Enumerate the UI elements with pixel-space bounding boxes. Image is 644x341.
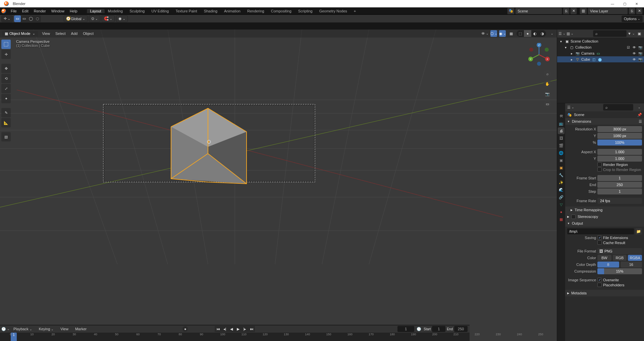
scene-browse-button[interactable]: 🎭 bbox=[507, 8, 515, 14]
mode-dropdown[interactable]: ▦ Object Mode bbox=[2, 31, 38, 37]
window-minimize-button[interactable]: — bbox=[608, 1, 617, 7]
placeholders-checkbox[interactable] bbox=[597, 283, 602, 287]
aspect-x-field[interactable]: 1.000 bbox=[597, 149, 642, 155]
cache-result-checkbox[interactable] bbox=[597, 240, 602, 245]
play-reverse-button[interactable]: ◀ bbox=[228, 326, 235, 332]
workspace-tab-modeling[interactable]: Modeling bbox=[105, 9, 126, 13]
workspace-tab-layout[interactable]: Layout bbox=[87, 9, 105, 13]
viewport-3d[interactable]: ▦ Object Mode ViewSelectAddObject 👁 ⬡ ◉ … bbox=[0, 30, 557, 341]
depth-8-button[interactable]: 8 bbox=[597, 262, 619, 268]
scene-name-field[interactable]: Scene bbox=[515, 8, 562, 14]
overwrite-checkbox[interactable] bbox=[597, 278, 602, 282]
ptab-viewlayer[interactable]: 🖼 bbox=[558, 135, 565, 141]
shading-wireframe[interactable]: ⬚ bbox=[517, 30, 524, 37]
file-extensions-checkbox[interactable] bbox=[597, 235, 602, 240]
resolution-y-field[interactable]: 1080 px bbox=[597, 133, 642, 139]
disclosure-icon[interactable]: ▾ bbox=[558, 39, 563, 44]
panel-metadata-header[interactable]: ▶Metadata bbox=[565, 290, 644, 296]
resolution-pct-field[interactable]: 100% bbox=[597, 139, 642, 146]
tool-measure[interactable]: 📐 bbox=[1, 118, 11, 127]
ptab-modifiers[interactable]: 🔧 bbox=[558, 172, 565, 178]
orientation-dropdown[interactable]: 🧭 Global bbox=[64, 15, 88, 22]
crop-region-checkbox[interactable] bbox=[597, 167, 602, 172]
keyframe-prev-button[interactable]: ◂| bbox=[221, 326, 228, 332]
ptab-object[interactable]: ▣ bbox=[558, 164, 565, 171]
panel-stereoscopy-header[interactable]: ▶Stereoscopy bbox=[565, 213, 644, 220]
jump-end-button[interactable]: ⏭ bbox=[248, 326, 255, 332]
outliner-search-input[interactable] bbox=[598, 32, 624, 36]
workspace-tab-geometry-nodes[interactable]: Geometry Nodes bbox=[316, 9, 351, 13]
props-search[interactable] bbox=[603, 104, 633, 111]
ptab-tool[interactable]: 🛠 bbox=[558, 113, 565, 119]
tool-move[interactable]: ✥ bbox=[1, 64, 11, 73]
color-rgb-button[interactable]: RGB bbox=[613, 255, 627, 261]
workspace-tab-rendering[interactable]: Rendering bbox=[244, 9, 268, 13]
tool-scale[interactable]: ⤢ bbox=[1, 84, 11, 93]
workspace-tab-shading[interactable]: Shading bbox=[201, 9, 221, 13]
workspace-tab-uv-editing[interactable]: UV Editing bbox=[148, 9, 172, 13]
orientation-gizmo[interactable]: Z X Y bbox=[527, 43, 551, 66]
ptab-particles[interactable]: ✨ bbox=[558, 179, 565, 186]
props-editor-type[interactable]: ☰ bbox=[567, 104, 574, 111]
props-options[interactable] bbox=[635, 104, 642, 111]
compression-field[interactable]: 15% bbox=[597, 268, 642, 274]
app-icon[interactable] bbox=[1, 9, 6, 13]
workspace-tab-compositing[interactable]: Compositing bbox=[268, 9, 295, 13]
file-format-dropdown[interactable]: 🖼 PNG bbox=[597, 248, 642, 254]
start-frame-field[interactable]: 1 bbox=[432, 326, 445, 332]
disable-render-toggle[interactable]: 📷 bbox=[638, 51, 643, 56]
ptab-collection[interactable]: ▣ bbox=[558, 157, 565, 164]
timeline-track[interactable]: 1 01020304050607080901001101201301401501… bbox=[0, 333, 470, 341]
play-button[interactable]: ▶ bbox=[235, 326, 241, 332]
timeline-playback-menu[interactable]: Playback bbox=[11, 326, 34, 332]
output-path-field[interactable]: /tmp\ bbox=[567, 228, 634, 234]
resolution-x-field[interactable]: 3000 px bbox=[597, 126, 642, 132]
pivot-dropdown[interactable]: ⊙ bbox=[89, 15, 100, 22]
viewlayer-name-field[interactable]: View Layer bbox=[588, 8, 628, 14]
disable-render-toggle[interactable]: 📷 bbox=[638, 57, 643, 62]
ptab-material[interactable]: ● bbox=[558, 209, 565, 215]
keyframe-next-button[interactable]: |▸ bbox=[241, 326, 248, 332]
render-region-checkbox[interactable] bbox=[597, 162, 602, 167]
disclosure-icon[interactable]: ▸ bbox=[569, 51, 574, 56]
exclude-checkbox[interactable]: ☑ bbox=[626, 45, 631, 50]
panel-menu-icon[interactable]: ☰ bbox=[639, 119, 642, 124]
ptab-constraints[interactable]: 🔗 bbox=[558, 194, 565, 201]
frame-rate-dropdown[interactable]: 24 fps bbox=[597, 198, 642, 204]
browse-folder-button[interactable]: 📁 bbox=[635, 228, 642, 235]
nav-pan[interactable]: ✋ bbox=[543, 80, 551, 88]
end-frame-field[interactable]: 250 bbox=[454, 326, 468, 332]
color-rgba-button[interactable]: RGBA bbox=[628, 255, 642, 261]
proportional-dropdown[interactable]: ◉ bbox=[116, 15, 128, 22]
frame-start-field[interactable]: 1 bbox=[597, 175, 642, 181]
add-workspace-button[interactable]: + bbox=[351, 7, 359, 14]
color-bw-button[interactable]: BW bbox=[597, 255, 611, 261]
scene-new-button[interactable]: ⎘ bbox=[563, 8, 570, 14]
scene-delete-button[interactable]: ✕ bbox=[570, 8, 577, 14]
workspace-tab-sculpting[interactable]: Sculpting bbox=[126, 9, 148, 13]
pin-icon[interactable]: 📌 bbox=[637, 113, 642, 117]
tree-scene-collection[interactable]: ▾ ▣ Scene Collection bbox=[557, 38, 644, 44]
aspect-y-field[interactable]: 1.000 bbox=[597, 156, 642, 162]
options-dropdown[interactable]: Options bbox=[622, 15, 643, 22]
select-tweak-button[interactable]: ▭ bbox=[14, 15, 21, 22]
outliner-filter[interactable]: ▼ bbox=[628, 30, 635, 37]
timeline-editor-type[interactable]: 🕐 bbox=[2, 326, 9, 332]
outliner-view-dropdown[interactable]: ▥ bbox=[567, 30, 573, 37]
menu-window[interactable]: Window bbox=[49, 9, 67, 13]
stereoscopy-checkbox[interactable] bbox=[571, 215, 576, 219]
ptab-data[interactable]: ▽ bbox=[558, 201, 565, 208]
panel-time-remapping-header[interactable]: ▶Time Remapping bbox=[565, 207, 644, 213]
timeline-keying-menu[interactable]: Keying bbox=[37, 326, 56, 332]
viewport-menu-view[interactable]: View bbox=[40, 32, 52, 36]
tool-transform[interactable]: ✦ bbox=[1, 94, 11, 103]
menu-file[interactable]: File bbox=[8, 9, 19, 13]
nav-perspective[interactable]: ▭ bbox=[543, 100, 551, 108]
shading-solid[interactable]: ● bbox=[524, 30, 531, 37]
viewport-menu-select[interactable]: Select bbox=[53, 32, 68, 36]
disclosure-icon[interactable]: ▸ bbox=[569, 57, 574, 62]
shading-matpreview[interactable]: ◐ bbox=[531, 30, 539, 37]
hide-toggle[interactable]: 👁 bbox=[632, 57, 637, 62]
depth-16-button[interactable]: 16 bbox=[621, 262, 642, 268]
timeline-marker-menu[interactable]: Marker bbox=[73, 326, 89, 332]
